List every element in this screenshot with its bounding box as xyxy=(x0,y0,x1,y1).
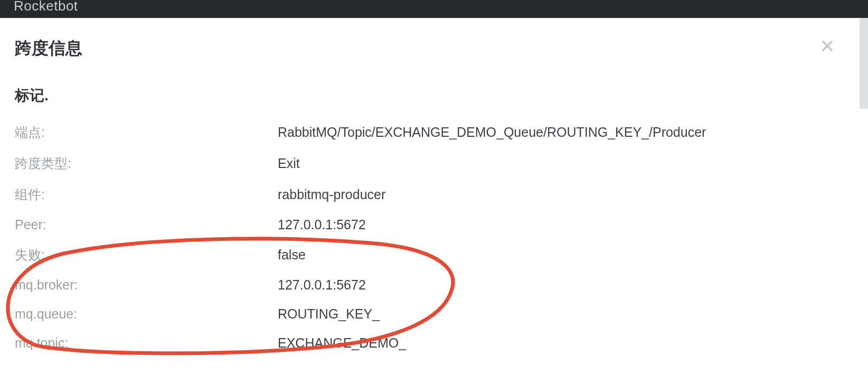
backdrop-strip xyxy=(860,18,868,109)
detail-label-mq-queue: mq.queue: xyxy=(15,306,278,322)
detail-value-mq-broker: 127.0.0.1:5672 xyxy=(278,277,366,293)
brand-title: Rocketbot xyxy=(14,0,78,12)
detail-row: 跨度类型: Exit xyxy=(15,155,838,172)
detail-value-component: rabbitmq-producer xyxy=(278,187,385,202)
section-title: 标记. xyxy=(15,86,838,106)
detail-label-mq-broker: mq.broker: xyxy=(15,277,278,293)
detail-value-spantype: Exit xyxy=(278,156,300,171)
detail-row: mq.topic: EXCHANGE_DEMO_ xyxy=(15,335,838,351)
detail-value-mq-topic: EXCHANGE_DEMO_ xyxy=(278,335,406,351)
detail-value-failed: false xyxy=(278,247,306,263)
detail-label-endpoint: 端点: xyxy=(15,124,278,141)
span-info-panel: 跨度信息 标记. 端点: RabbitMQ/Topic/EXCHANGE_DEM… xyxy=(0,18,860,374)
detail-label-spantype: 跨度类型: xyxy=(15,155,278,172)
close-button[interactable] xyxy=(818,37,836,55)
detail-row: mq.queue: ROUTING_KEY_ xyxy=(15,306,838,322)
detail-row: mq.broker: 127.0.0.1:5672 xyxy=(15,277,838,293)
detail-row: 端点: RabbitMQ/Topic/EXCHANGE_DEMO_Queue/R… xyxy=(15,124,838,141)
topbar: Rocketbot xyxy=(0,0,868,18)
detail-value-mq-queue: ROUTING_KEY_ xyxy=(278,306,380,322)
detail-row: 失败: false xyxy=(15,246,838,264)
detail-value-peer: 127.0.0.1:5672 xyxy=(278,217,366,232)
detail-value-endpoint: RabbitMQ/Topic/EXCHANGE_DEMO_Queue/ROUTI… xyxy=(278,125,706,140)
detail-row: 组件: rabbitmq-producer xyxy=(15,186,838,203)
close-icon xyxy=(821,40,834,52)
panel-title: 跨度信息 xyxy=(15,37,838,60)
detail-label-component: 组件: xyxy=(15,186,278,203)
detail-label-failed: 失败: xyxy=(15,246,278,264)
detail-row: Peer: 127.0.0.1:5672 xyxy=(15,217,838,232)
detail-label-peer: Peer: xyxy=(15,217,278,232)
detail-label-mq-topic: mq.topic: xyxy=(15,335,278,351)
